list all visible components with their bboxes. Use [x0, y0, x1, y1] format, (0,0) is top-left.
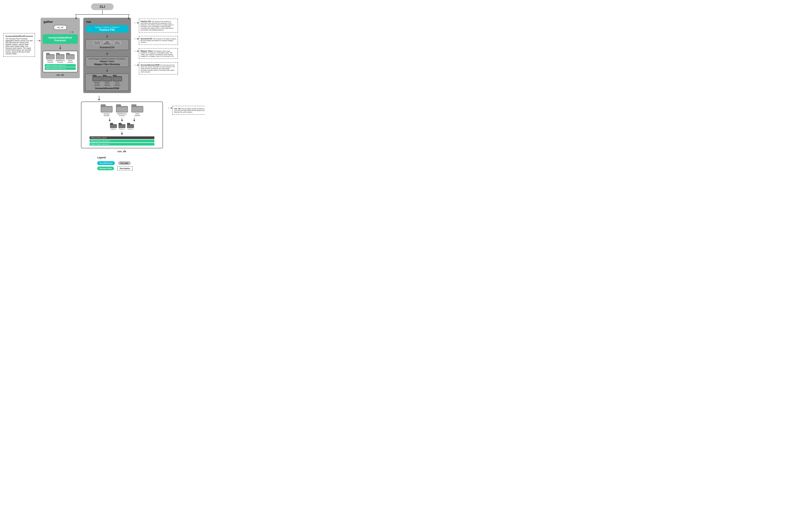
bottom-folder-label-higheff: HighEfficiencyscenario [117, 113, 127, 116]
bottom-folder-icon-mixed [131, 104, 143, 113]
folder-baseline: Baselinescenario [46, 53, 55, 63]
mapper-italic-label: BaselineMapper, HighEfficiencyMapper, Mi… [87, 58, 127, 60]
scenario-mixed: Mixedscenario [113, 41, 121, 45]
subfolder-feature2: Feature 2 [118, 123, 125, 130]
subfolder-icon-3 [127, 123, 134, 128]
osw-folder-higheff: HighEff.scenarioOSW files [103, 75, 112, 86]
bottom-folder-icon-higheff [116, 104, 128, 113]
legend-geojson-gem: GeoJSON Gem [97, 161, 115, 165]
folder-higheff: HighEfficiencyscenario [56, 53, 65, 63]
right-desc-run-dir: run_dir host simualtion results as featu… [172, 106, 205, 115]
feature-file-bold: Feature File [87, 28, 127, 31]
scenario-csv-box: Baselinescenario HighEfficiency Mixedsce… [85, 39, 129, 50]
sub-arrow-2 [121, 118, 123, 121]
arrow-down-1 [59, 45, 61, 50]
osw-folder-mixed: MixedscenarioOSW files [113, 75, 122, 86]
run-title: run [86, 20, 91, 24]
folder-icon-mixed [66, 53, 75, 59]
bottom-folder-label-mixed: Mixedscenario [134, 113, 140, 116]
feature-file-box: Feature 1, Feature 2, Feature 3 Feature … [85, 25, 129, 33]
right-desc-mapper-class-title: Mapper Class [141, 50, 153, 52]
legend-title: Legend [97, 156, 201, 159]
right-desc-feature-file-title: Feature File [141, 20, 152, 22]
right-desc-run-dir-title: run_dir [174, 108, 181, 110]
osw-folder-label-baseline: BaselinescenarioOSW files [94, 82, 100, 86]
bottom-folder-icon-baseline [100, 104, 113, 113]
gather-run-dir-label: run_dir [57, 26, 63, 28]
bottom-folder-mixed: Mixedscenario [131, 104, 143, 116]
mapper-box: BaselineMapper, HighEfficiencyMapper, Mi… [85, 57, 129, 67]
bottom-arrow-from-run [98, 96, 100, 101]
gather-run-dir-oval: run_dir [54, 25, 67, 30]
feature-file-dark: default_feature_reports [90, 136, 154, 139]
bottom-run-dir-label: run_dir [117, 150, 126, 153]
osw-folder-icon-baseline [92, 75, 102, 81]
subfolder-feature3: Feature 3 [127, 123, 134, 130]
right-desc-scenario-csv-title: ScenarioCSV [141, 38, 153, 40]
scenario-post-processor-label: ScenarioDefaultPostProcessor [49, 36, 72, 42]
file-csv: default_scenario_reports.csv [45, 67, 76, 70]
file-json: default_scenario_reports.json [45, 64, 76, 67]
bottom-folder-higheff: HighEfficiencyscenario [116, 104, 128, 116]
subfolder-label-3: Feature 3 [128, 128, 133, 130]
scenario-runner-label: ScenarioRunnerOSW [87, 87, 127, 90]
subfolder-icon-1 [110, 123, 117, 128]
feature-files-column: default_feature_reports default_feature_… [90, 136, 154, 146]
scenario-baseline: Baselinescenario [93, 41, 102, 45]
run-arrow-3 [106, 68, 108, 72]
gather-folder-group: Baselinescenario HighEfficiencyscenario [46, 53, 75, 63]
right-panel: Feature File The Feature File consists o… [134, 19, 178, 75]
bottom-folder-baseline: Baselinescenario [100, 104, 113, 116]
scenario-higheff: HighEfficiency [102, 41, 112, 45]
scenario-csv-label: ScenarioCSV [87, 46, 127, 49]
subfolder-label-1: Feature 1 [111, 128, 116, 130]
scenario-post-processor-box: ScenarioDefaultPostProcessor [43, 34, 78, 44]
osw-folder-icon-mixed [113, 75, 122, 81]
osw-folder-label-mixed: MixedscenarioOSW files [114, 82, 120, 86]
subfolder-icon-2 [118, 123, 125, 128]
feature-file-green-csv: default_feature_reports.csv [90, 143, 154, 146]
sub-arrow-1 [109, 118, 111, 121]
bottom-run-dir-box: Baselinescenario HighEfficiencyscenario [81, 101, 163, 148]
gather-box: gather run_dir ScenarioDefaultPostProces… [41, 18, 80, 78]
right-desc-scenario-csv: ScenarioCSV The Scenario CSV takes a fea… [139, 36, 178, 45]
mapper-dir-label: Mapper Files Directory [87, 63, 127, 65]
right-desc-feature-file: Feature File The Feature File consists o… [139, 19, 178, 33]
sub-arrow-files [121, 131, 123, 135]
top-area: CLI [3, 3, 201, 19]
legend-description-box: Description [117, 166, 132, 170]
left-desc-text: The Scenario Post Processor aggregates f… [5, 38, 33, 55]
bottom-folder-row: Baselinescenario HighEfficiencyscenario [100, 104, 143, 116]
subfolder-label-2: Feature 2 [119, 128, 125, 130]
run-arrow-1 [106, 34, 108, 38]
feature-file-italic: Feature 1, Feature 2, Feature 3 [87, 26, 127, 28]
bottom-folder-label-baseline: Baselinescenario [104, 113, 110, 116]
osw-box: BaselinescenarioOSW files HighEff.scenar… [85, 74, 129, 91]
feature-subfolders-row: Feature 1 Feature 2 [110, 123, 134, 130]
diagram-container: CLI [3, 3, 201, 170]
right-desc-mapper-class: Mapper Class The Mapper Class maps prope… [139, 48, 178, 59]
folder-icon-higheff [56, 53, 65, 59]
right-desc-osw-title: ScenarioRunnerOSW [141, 64, 160, 66]
legend-scenario-gem: Scenario Gem [97, 167, 114, 170]
gather-title: gather [43, 20, 53, 24]
run-arrow-2 [106, 52, 108, 55]
osw-folder-baseline: BaselinescenarioOSW files [92, 75, 102, 86]
right-desc-osw: ScenarioRunnerOSW The Scenario Runner cl… [139, 62, 178, 75]
left-desc-title: ScenarioDefaultPostProcessor [5, 35, 33, 37]
gather-run-dir-bottom-label: run_dir [56, 74, 64, 76]
osw-folder-label-higheff: HighEff.scenarioOSW files [104, 82, 110, 86]
osw-folder-icon-higheff [103, 75, 112, 81]
folder-mixed: Mixedscenario [66, 53, 75, 63]
folder-label-baseline: Baselinescenario [47, 60, 53, 63]
cli-label: CLI [91, 3, 114, 10]
mapper-class-label: Mapper Class [87, 60, 127, 62]
sub-arrow-3 [133, 118, 135, 121]
run-box: run Feature 1, Feature 2, Feature 3 Feat… [83, 18, 131, 93]
legend-cli-calls: CLI calls [118, 161, 131, 165]
folder-label-mixed: Mixedscenario [67, 60, 73, 63]
subfolder-feature1: Feature 1 [110, 123, 117, 130]
left-description-box: ScenarioDefaultPostProcessor The Scenari… [3, 33, 35, 57]
folder-label-higheff: HighEfficiencyscenario [56, 60, 65, 63]
feature-file-green-json: default_feature_reports.json [90, 139, 154, 142]
